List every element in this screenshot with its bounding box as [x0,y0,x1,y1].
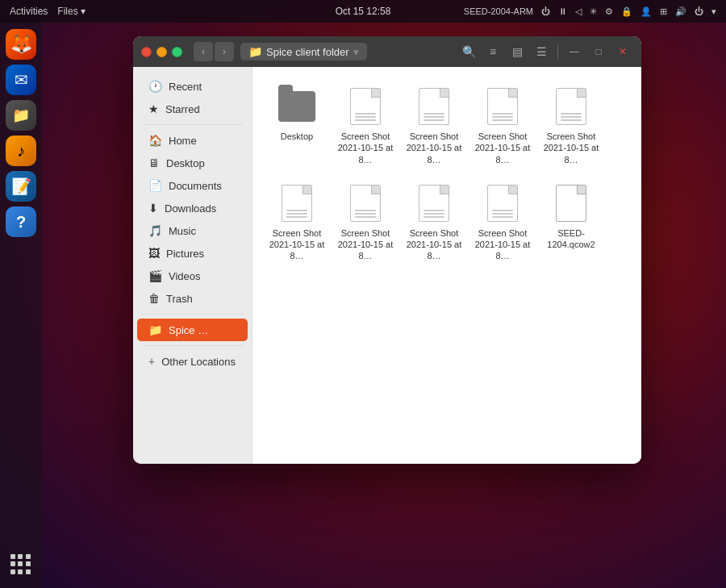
videos-icon: 🎬 [148,269,162,282]
power-icon[interactable]: ⏻ [541,6,550,16]
back-button[interactable]: ‹ [194,42,213,61]
maximize-button[interactable] [172,47,182,57]
downloads-icon: ⬇ [148,202,158,215]
eject-button[interactable]: ▲ [219,324,236,336]
files-menu[interactable]: Files ▾ [57,6,86,17]
help-icon: ? [16,213,26,231]
sidebar-item-starred[interactable]: ★ Starred [137,98,248,120]
sidebar-label-videos: Videos [169,270,201,282]
menu-icon[interactable]: ⊞ [660,6,667,17]
view-list-button[interactable]: ≡ [482,41,503,62]
sidebar: 🕐 Recent ★ Starred 🏠 Home 🖥 Desktop [133,67,252,464]
activities-button[interactable]: Activities [10,6,48,17]
sidebar-item-downloads[interactable]: ⬇ Downloads [137,197,248,219]
forward-button[interactable]: › [215,42,234,61]
window-maximize-button[interactable]: □ [588,41,609,62]
window-close-button[interactable]: ✕ [612,41,633,62]
sidebar-label-trash: Trash [166,293,193,305]
file-label-screenshot7: Screen Shot 2021-10-15 at 8… [405,227,463,262]
file-item-screenshot6[interactable]: Screen Shot 2021-10-15 at 8… [333,176,398,269]
file-item-screenshot5[interactable]: Screen Shot 2021-10-15 at 8… [265,176,329,269]
starred-icon: ★ [148,102,159,115]
doc-icon-3 [484,85,521,127]
doc-icon-4 [553,85,590,127]
sidebar-item-other-locations[interactable]: + Other Locations [137,350,248,373]
close-button[interactable] [141,47,152,57]
dock-item-files[interactable]: 📁 [6,100,36,131]
music-icon: 🎵 [148,224,162,237]
file-item-seed-qcow[interactable]: SEED-1204.qcow2 [539,176,603,269]
dock-item-rhythmbox[interactable]: ♪ [6,136,36,166]
dock: 🦊 ✉ 📁 ♪ 📝 ? [0,23,42,588]
sidebar-item-recent[interactable]: 🕐 Recent [137,75,248,98]
files-icon: 📁 [12,106,30,124]
sidebar-label-downloads: Downloads [165,202,216,215]
top-power-icon[interactable]: ⏻ [695,6,703,16]
sidebar-label-other: Other Locations [161,356,236,368]
pictures-icon: 🖼 [148,247,160,260]
folder-icon [278,85,315,127]
dock-apps-grid[interactable] [6,549,36,580]
home-icon: 🏠 [148,134,162,147]
writer-icon: 📝 [11,177,31,196]
file-label-screenshot2: Screen Shot 2021-10-15 at 8… [405,131,463,165]
minimize-button[interactable] [156,47,167,57]
down-arrow-icon[interactable]: ▾ [711,6,716,17]
search-button[interactable]: 🔍 [458,41,479,62]
dock-item-firefox[interactable]: 🦊 [6,29,36,60]
file-item-screenshot3[interactable]: Screen Shot 2021-10-15 at 8… [470,79,535,172]
file-item-screenshot1[interactable]: Screen Shot 2021-10-15 at 8… [333,79,398,172]
sidebar-item-videos[interactable]: 🎬 Videos [137,265,248,287]
sidebar-label-home: Home [169,135,197,147]
sidebar-separator-3 [141,345,244,346]
window-minimize-button[interactable]: — [564,41,585,62]
doc-icon-1 [347,85,384,127]
sidebar-separator [141,124,244,125]
file-label-screenshot5: Screen Shot 2021-10-15 at 8… [268,227,326,262]
file-item-screenshot4[interactable]: Screen Shot 2021-10-15 at 8… [539,79,603,172]
view-toggle-button[interactable]: ▤ [507,41,528,62]
grid-dot [10,561,15,566]
titlebar-actions: 🔍 ≡ ▤ ☰ — □ ✕ [458,41,633,62]
sidebar-item-documents[interactable]: 📄 Documents [137,174,248,197]
more-options-button[interactable]: ☰ [531,41,552,62]
file-item-screenshot2[interactable]: Screen Shot 2021-10-15 at 8… [402,79,466,172]
sidebar-item-home[interactable]: 🏠 Home [137,129,248,152]
file-grid: Desktop Screen Shot 2021-10-15 at 8… [265,79,629,269]
sidebar-item-desktop[interactable]: 🖥 Desktop [137,152,248,174]
doc-icon-5 [278,182,315,224]
sidebar-item-music[interactable]: 🎵 Music [137,219,248,242]
file-label-screenshot8: Screen Shot 2021-10-15 at 8… [474,227,532,262]
grid-dot [18,569,23,574]
sidebar-item-pictures[interactable]: 🖼 Pictures [137,242,248,265]
dock-item-help[interactable]: ? [6,206,36,237]
dock-item-writer[interactable]: 📝 [6,171,36,202]
rhythmbox-icon: ♪ [17,142,25,161]
qcow-shape [556,185,586,222]
file-manager-window: ‹ › 📁 Spice client folder ▾ 🔍 ≡ ▤ ☰ — □ … [133,36,641,464]
grid-dot [26,554,31,559]
window-body: 🕐 Recent ★ Starred 🏠 Home 🖥 Desktop [133,67,641,464]
pause-icon: ⏸ [558,6,567,16]
dock-item-thunderbird[interactable]: ✉ [6,65,36,95]
documents-icon: 📄 [148,179,162,192]
window-titlebar: ‹ › 📁 Spice client folder ▾ 🔍 ≡ ▤ ☰ — □ … [133,36,641,67]
titlebar-nav: ‹ › [194,42,234,61]
settings-icon[interactable]: ⚙ [605,6,613,17]
file-item-desktop[interactable]: Desktop [265,79,329,172]
spice-folder-icon: 📁 [148,323,162,336]
path-bar[interactable]: 📁 Spice client folder ▾ [240,43,367,60]
lock-icon: 🔒 [621,6,632,17]
grid-dot [10,569,15,574]
doc-icon-7 [415,182,453,224]
file-label-screenshot4: Screen Shot 2021-10-15 at 8… [542,131,600,165]
sidebar-item-spice[interactable]: 📁 Spice client f… ▲ [137,319,248,341]
file-item-screenshot7[interactable]: Screen Shot 2021-10-15 at 8… [402,176,466,269]
sidebar-item-trash[interactable]: 🗑 Trash [137,287,248,310]
volume-icon[interactable]: 🔊 [675,6,686,17]
datetime: Oct 15 12:58 [336,6,391,17]
doc-icon-6 [347,182,384,224]
thunderbird-icon: ✉ [15,70,28,90]
file-item-screenshot8[interactable]: Screen Shot 2021-10-15 at 8… [470,176,535,269]
desktop: Activities Files ▾ Oct 15 12:58 SEED-200… [0,0,726,588]
